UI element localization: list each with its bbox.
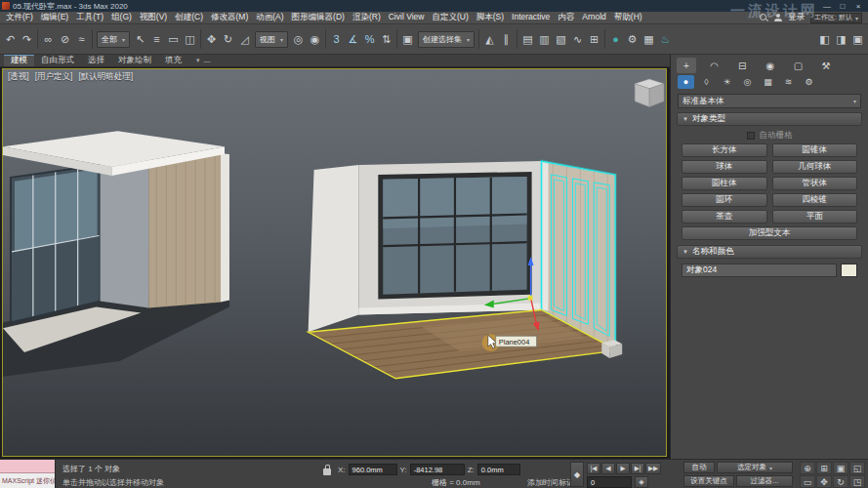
ribbon-tab-3[interactable]: 选择 [81, 55, 111, 66]
layer-explorer-icon[interactable]: ▥ [536, 27, 553, 51]
set-keys-icon-button[interactable]: ◆ [570, 462, 584, 487]
align-icon[interactable]: ∥ [498, 27, 515, 51]
create-tab[interactable]: + [677, 58, 696, 73]
menu-item-16[interactable]: Arnold [578, 12, 610, 23]
object-color-swatch[interactable] [841, 264, 857, 277]
close-button[interactable]: × [850, 2, 866, 11]
window-crossing-icon[interactable]: ◫ [182, 27, 198, 51]
menu-item-5[interactable]: 视图(V) [136, 12, 171, 23]
ref-coord-dropdown[interactable]: 视图▾ [255, 31, 288, 48]
curve-editor-icon[interactable]: ∿ [569, 27, 586, 51]
ribbon-tab-1[interactable]: 建模 [4, 55, 34, 66]
viewport-layout-icon[interactable]: ◨ [833, 27, 849, 51]
menu-item-9[interactable]: 图形编辑器(D) [288, 12, 349, 23]
maximize-viewport-icon[interactable]: ◳ [849, 475, 865, 488]
angle-snap-icon[interactable]: ∡ [345, 27, 361, 51]
x-coordinate-field[interactable]: 960.0mm [349, 464, 397, 475]
menu-item-10[interactable]: 渲染(R) [349, 12, 385, 23]
menu-item-12[interactable]: 自定义(U) [428, 12, 472, 23]
motion-tab[interactable]: ◉ [761, 58, 780, 73]
object-type-button-6[interactable]: 管状体 [772, 177, 858, 190]
render-setup-icon[interactable]: ⚙ [624, 27, 641, 51]
search-icon[interactable] [760, 14, 768, 22]
set-key-button[interactable]: 设置关键点 [683, 475, 734, 487]
object-type-button-10[interactable]: 平面 [772, 210, 858, 224]
zoom-extents-icon[interactable]: ▣ [833, 462, 848, 474]
bind-spacewarp-icon[interactable]: ≈ [73, 27, 90, 51]
menu-item-6[interactable]: 创建(C) [171, 12, 207, 23]
material-editor-icon[interactable]: ● [607, 27, 624, 51]
time-tag-button[interactable]: 添加时间标记 [527, 477, 574, 488]
display-tab[interactable]: ▢ [788, 58, 807, 73]
z-coordinate-field[interactable]: 0.0mm [477, 464, 520, 475]
select-object-icon[interactable]: ↖ [132, 27, 148, 51]
move-icon[interactable]: ✥ [203, 27, 220, 51]
viewport-pov-label[interactable]: [透视] [8, 71, 29, 83]
scene-explorer-icon[interactable]: ▤ [519, 27, 536, 51]
rendered-frame-icon[interactable]: ▦ [641, 27, 657, 51]
object-type-button-8[interactable]: 四棱锥 [772, 193, 858, 207]
menu-item-14[interactable]: Interactive [508, 12, 554, 23]
minimize-button[interactable]: — [819, 2, 835, 11]
undo-icon[interactable]: ↶ [2, 27, 19, 51]
selection-lock-icon[interactable] [323, 468, 331, 475]
listener-pane[interactable]: MAXScript 迷你侦听器 [0, 473, 55, 488]
user-icon[interactable] [774, 14, 782, 21]
menu-item-13[interactable]: 脚本(S) [473, 12, 508, 23]
shapes-category[interactable]: ◊ [698, 75, 715, 89]
render-icon[interactable]: ♨ [657, 27, 674, 51]
zoom-icon[interactable]: ⊕ [800, 462, 815, 474]
rotate-icon[interactable]: ↻ [220, 27, 236, 51]
rollout-object-type[interactable]: ▼ 对象类型 [677, 112, 862, 126]
viewport-user-label[interactable]: [用户定义] [35, 71, 73, 83]
subcategory-dropdown[interactable]: 标准基本体 ▾ [678, 94, 861, 108]
key-filters-button[interactable]: 过滤器... [736, 475, 793, 487]
systems-category[interactable]: ⚙ [801, 75, 817, 89]
next-frame-button[interactable]: ▶| [631, 463, 644, 474]
snap-3d-icon[interactable]: 3 [328, 27, 345, 51]
workspace-layout-icon[interactable]: ◧ [816, 27, 833, 51]
select-by-name-icon[interactable]: ≡ [148, 27, 165, 51]
object-type-button-3[interactable]: 球体 [682, 160, 767, 174]
app-logo-icon[interactable] [2, 2, 10, 10]
object-name-field[interactable]: 对象024 [682, 264, 837, 277]
key-mode-toggle[interactable]: ◈ [635, 476, 648, 488]
object-type-button-4[interactable]: 几何球体 [772, 160, 858, 174]
right-room-model[interactable] [309, 161, 623, 379]
object-type-button-7[interactable]: 圆环 [682, 193, 767, 207]
utilities-tab[interactable]: ⚒ [816, 58, 836, 73]
geometry-category[interactable]: ● [678, 75, 694, 89]
menu-item-3[interactable]: 工具(T) [72, 12, 107, 23]
ribbon-tab-5[interactable]: 填充 [158, 55, 188, 66]
left-room-model[interactable] [3, 131, 229, 376]
current-frame-field[interactable]: 0 [587, 476, 632, 488]
zoom-region-icon[interactable]: ▭ [800, 475, 815, 488]
maxscript-mini-listener[interactable]: MAXScript 迷你侦听器 [0, 460, 56, 488]
ribbon-tab-2[interactable]: 自由形式 [34, 55, 81, 66]
viewcube[interactable] [635, 79, 664, 107]
select-link-icon[interactable]: ∞ [40, 27, 57, 51]
redo-icon[interactable]: ↷ [19, 27, 35, 51]
object-type-button-1[interactable]: 长方体 [682, 143, 767, 157]
menu-item-7[interactable]: 修改器(M) [207, 12, 252, 23]
menu-item-15[interactable]: 内容 [554, 12, 578, 23]
panel-toggle-icon[interactable]: ▣ [849, 27, 866, 51]
pivot-center-icon[interactable]: ◎ [290, 27, 307, 51]
named-sets-icon[interactable]: ▣ [399, 27, 416, 51]
viewport-shading-label[interactable]: [默认明暗处理] [78, 71, 133, 83]
small-box-object[interactable] [601, 340, 622, 358]
hierarchy-tab[interactable]: ⊟ [732, 58, 752, 73]
rollout-name-color[interactable]: ▼ 名称和颜色 [677, 245, 862, 259]
menu-item-1[interactable]: 文件(F) [2, 12, 37, 23]
autogrid-checkbox[interactable] [747, 132, 755, 140]
scale-icon[interactable]: ◿ [236, 27, 253, 51]
prev-frame-button[interactable]: ◀ [601, 463, 615, 474]
scene-3d[interactable]: Plane004 [3, 69, 666, 456]
menu-item-8[interactable]: 动画(A) [252, 12, 287, 23]
selection-region-icon[interactable]: ▭ [165, 27, 182, 51]
zoom-all-icon[interactable]: ⊞ [816, 462, 832, 474]
y-coordinate-field[interactable]: -8412.98 [410, 464, 465, 475]
orbit-icon[interactable]: ↻ [833, 475, 848, 488]
lights-category[interactable]: ☀ [719, 75, 735, 89]
workspace-selector[interactable]: 工作区: 默认 ▾ [810, 13, 862, 23]
